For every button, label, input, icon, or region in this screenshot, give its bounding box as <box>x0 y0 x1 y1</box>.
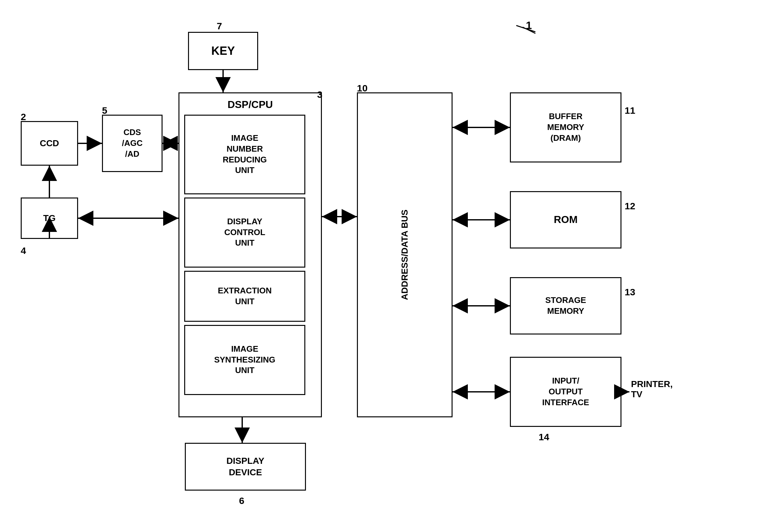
box-image-number-reducing: IMAGENUMBERREDUCINGUNIT <box>184 115 305 194</box>
box-key: KEY <box>188 32 258 70</box>
key-label: KEY <box>211 44 235 59</box>
box-image-synthesizing: IMAGESYNTHESIZINGUNIT <box>184 325 305 395</box>
dsp-label: DSP/CPU <box>227 98 273 111</box>
ref-1: 1 <box>526 19 532 32</box>
buffer-memory-label: BUFFERMEMORY(DRAM) <box>547 111 584 143</box>
box-address-bus: ADDRESS/DATA BUS <box>357 92 453 417</box>
extraction-label: EXTRACTIONUNIT <box>218 285 272 307</box>
ref-3: 3 <box>317 89 322 100</box>
box-dsp: DSP/CPU IMAGENUMBERREDUCINGUNIT DISPLAYC… <box>178 92 322 417</box>
ref-14: 14 <box>539 432 549 442</box>
input-output-label: INPUT/OUTPUTINTERFACE <box>542 376 589 408</box>
address-bus-label: ADDRESS/DATA BUS <box>399 210 411 300</box>
ref-11: 11 <box>625 105 635 116</box>
box-buffer-memory: BUFFERMEMORY(DRAM) <box>510 92 622 162</box>
box-storage-memory: STORAGEMEMORY <box>510 277 622 334</box>
ref-12: 12 <box>625 201 635 212</box>
ref-10: 10 <box>357 83 367 94</box>
ref-2: 2 <box>21 111 26 122</box>
ref-6: 6 <box>239 495 244 506</box>
box-display-device: DISPLAYDEVICE <box>185 443 306 491</box>
box-ccd: CCD <box>21 121 78 166</box>
cds-label: CDS/AGC/AD <box>122 127 143 159</box>
ccd-label: CCD <box>40 138 59 149</box>
ref-13: 13 <box>625 287 635 298</box>
box-rom: ROM <box>510 191 622 248</box>
ref-4: 4 <box>21 245 26 256</box>
display-control-label: DISPLAYCONTROLUNIT <box>224 216 265 248</box>
diagram: 1 KEY 7 CCD 2 CDS/AGC/AD 5 TG 4 DSP/CPU … <box>0 0 769 532</box>
tg-label: TG <box>43 212 56 224</box>
box-tg: TG <box>21 198 78 239</box>
image-synthesizing-label: IMAGESYNTHESIZINGUNIT <box>214 344 275 376</box>
storage-memory-label: STORAGEMEMORY <box>545 295 586 317</box>
image-number-reducing-label: IMAGENUMBERREDUCINGUNIT <box>223 133 267 176</box>
printer-tv-label: PRINTER,TV <box>631 379 673 399</box>
box-input-output: INPUT/OUTPUTINTERFACE <box>510 357 622 427</box>
ref-7: 7 <box>217 21 222 32</box>
box-display-control: DISPLAYCONTROLUNIT <box>184 198 305 268</box>
box-cds: CDS/AGC/AD <box>102 115 162 172</box>
ref-5: 5 <box>102 105 107 116</box>
display-device-label: DISPLAYDEVICE <box>226 455 264 478</box>
rom-label: ROM <box>554 213 578 226</box>
box-extraction: EXTRACTIONUNIT <box>184 271 305 322</box>
